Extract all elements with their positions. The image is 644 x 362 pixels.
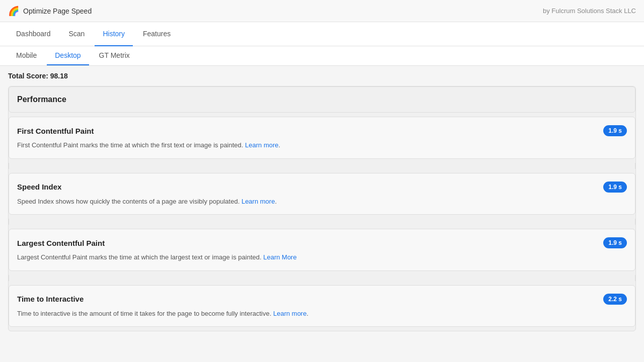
metric-tti-desc: Time to interactive is the amount of tim… <box>17 309 627 319</box>
metric-fcp-period: . <box>279 141 281 149</box>
metric-fcp-learn-more[interactable]: Learn more <box>245 141 278 149</box>
metric-speed-index-period: . <box>275 198 277 205</box>
metric-fcp-badge: 1.9 s <box>603 125 627 136</box>
main-content: Total Score: 98.18 Performance First Con… <box>0 66 644 341</box>
tab-desktop[interactable]: Desktop <box>47 46 89 65</box>
metric-lcp-learn-more[interactable]: Learn More <box>263 253 296 261</box>
metric-lcp-title: Largest Contentful Paint <box>17 239 105 247</box>
metric-tti-title: Time to Interactive <box>17 295 84 303</box>
metric-speed-index-desc: Speed Index shows how quickly the conten… <box>17 197 627 207</box>
metric-tti-period: . <box>306 310 308 317</box>
metric-fcp-desc: First Contentful Paint marks the time at… <box>17 140 627 150</box>
metric-tti-header: Time to Interactive 2.2 s <box>17 294 627 305</box>
metric-speed-index: Speed Index 1.9 s Speed Index shows how … <box>9 173 635 215</box>
separator-2 <box>9 219 635 225</box>
metric-lcp-header: Largest Contentful Paint 1.9 s <box>17 237 627 248</box>
metric-lcp-desc-text: Largest Contentful Paint marks the time … <box>17 253 263 261</box>
metric-lcp-badge: 1.9 s <box>603 237 627 248</box>
total-score: Total Score: 98.18 <box>8 72 636 80</box>
tab-gtmetrix[interactable]: GT Metrix <box>91 46 138 65</box>
performance-header: Performance <box>9 86 635 113</box>
metric-tti-desc-text: Time to interactive is the amount of tim… <box>17 310 273 317</box>
nav-item-scan[interactable]: Scan <box>61 22 93 46</box>
total-score-label: Total Score: <box>8 72 48 80</box>
app-branding: 🌈 Optimize Page Speed <box>8 6 92 17</box>
app-title: Optimize Page Speed <box>23 7 92 15</box>
app-icon: 🌈 <box>8 6 19 17</box>
metric-speed-index-learn-more[interactable]: Learn more <box>242 198 275 205</box>
metric-tti-badge: 2.2 s <box>603 294 627 305</box>
metric-speed-index-title: Speed Index <box>17 183 61 191</box>
performance-title: Performance <box>17 95 66 104</box>
app-byline: by Fulcrum Solutions Stack LLC <box>543 7 636 15</box>
nav-item-dashboard[interactable]: Dashboard <box>8 22 59 46</box>
performance-section: Performance First Contentful Paint 1.9 s… <box>8 86 636 331</box>
tab-mobile[interactable]: Mobile <box>8 46 45 65</box>
metric-lcp-desc: Largest Contentful Paint marks the time … <box>17 252 627 262</box>
metric-tti: Time to Interactive 2.2 s Time to intera… <box>9 285 635 327</box>
metric-fcp-desc-text: First Contentful Paint marks the time at… <box>17 141 245 149</box>
nav-item-history[interactable]: History <box>95 22 133 46</box>
sub-tab-bar: Mobile Desktop GT Metrix <box>0 46 644 66</box>
metric-lcp: Largest Contentful Paint 1.9 s Largest C… <box>9 229 635 271</box>
metric-speed-index-header: Speed Index 1.9 s <box>17 182 627 193</box>
total-score-value: 98.18 <box>50 72 68 80</box>
metric-speed-index-badge: 1.9 s <box>603 182 627 193</box>
separator-3 <box>9 275 635 281</box>
metric-fcp-header: First Contentful Paint 1.9 s <box>17 125 627 136</box>
metric-tti-learn-more[interactable]: Learn more <box>273 310 306 317</box>
separator-1 <box>9 163 635 169</box>
metric-fcp-title: First Contentful Paint <box>17 127 94 135</box>
metric-fcp: First Contentful Paint 1.9 s First Conte… <box>9 117 635 159</box>
metric-speed-index-desc-text: Speed Index shows how quickly the conten… <box>17 198 242 205</box>
nav-item-features[interactable]: Features <box>135 22 179 46</box>
nav-bar: Dashboard Scan History Features <box>0 22 644 46</box>
top-bar: 🌈 Optimize Page Speed by Fulcrum Solutio… <box>0 0 644 22</box>
